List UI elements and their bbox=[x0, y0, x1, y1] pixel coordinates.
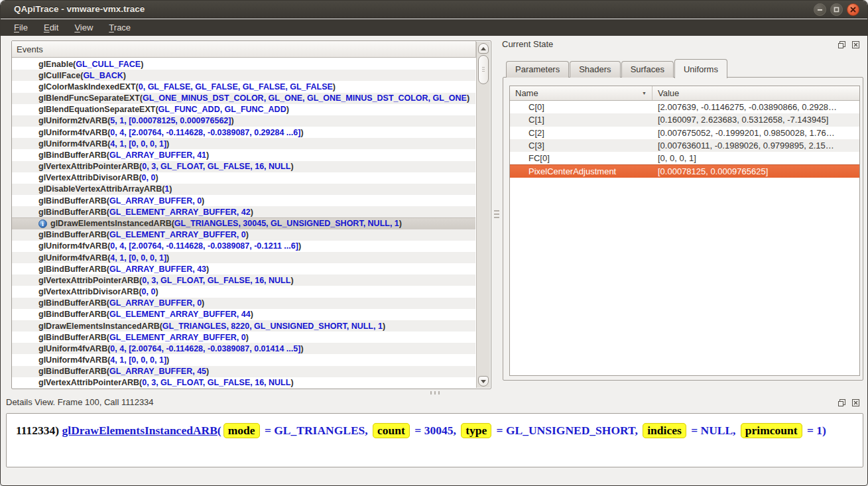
close-paren: ) bbox=[251, 208, 253, 217]
maximize-button[interactable] bbox=[830, 3, 843, 16]
event-function: glBlendFuncSeparateEXT( bbox=[38, 93, 143, 103]
events-list: glEnable(GL_CULL_FACE)glCullFace(GL_BACK… bbox=[12, 58, 475, 388]
event-row[interactable]: glBindBufferARB(GL_ARRAY_BUFFER, 0) bbox=[12, 195, 475, 206]
scroll-down-button[interactable] bbox=[478, 376, 489, 387]
close-paren: ) bbox=[246, 230, 249, 239]
call-function-link[interactable]: glDrawElementsInstancedARB bbox=[62, 424, 217, 437]
close-paren: ) bbox=[300, 128, 303, 137]
uniform-value: [2.007639, -0.1146275, -0.03890866, 0.29… bbox=[652, 102, 859, 112]
float-panel-button[interactable] bbox=[837, 40, 846, 49]
close-panel-button[interactable] bbox=[851, 398, 860, 407]
event-row[interactable]: glVertexAttribPointerARB(0, 3, GL_FLOAT,… bbox=[12, 377, 475, 388]
minimize-button[interactable] bbox=[814, 3, 826, 16]
event-row[interactable]: glDisableVertexAttribArrayARB(1) bbox=[12, 184, 475, 195]
close-button[interactable] bbox=[847, 3, 859, 16]
uniform-row[interactable]: C[0][2.007639, -0.1146275, -0.03890866, … bbox=[510, 101, 859, 113]
event-row[interactable]: glBindBufferARB(GL_ELEMENT_ARRAY_BUFFER,… bbox=[12, 229, 475, 241]
event-row[interactable]: glUniform4fvARB(0, 4, [2.00764, -0.11462… bbox=[12, 241, 475, 252]
uniforms-tab-panel: Name ▼ Value C[0][2.007639, -0.1146275, … bbox=[503, 77, 863, 381]
event-row[interactable]: glUniform4fvARB(4, 1, [0, 0, 0, 1]) bbox=[12, 354, 475, 365]
event-function: glUniform4fvARB( bbox=[38, 355, 110, 365]
menu-item-edit[interactable]: Edit bbox=[36, 21, 66, 34]
close-paren: ) bbox=[123, 71, 126, 80]
event-row[interactable]: glVertexAttribDivisorARB(0, 0) bbox=[12, 172, 475, 184]
event-args: GL_ARRAY_BUFFER, 41 bbox=[109, 151, 206, 160]
scroll-up-button[interactable] bbox=[478, 43, 489, 54]
event-row[interactable]: glUniform4fvARB(0, 4, [2.00764, -0.11462… bbox=[12, 343, 475, 354]
menu-item-trace[interactable]: Trace bbox=[101, 21, 139, 34]
event-row[interactable]: glBlendEquationSeparateEXT(GL_FUNC_ADD, … bbox=[12, 104, 475, 115]
uniform-row[interactable]: PixelCenterAdjustment[0.00078125, 0.0009… bbox=[510, 164, 859, 177]
current-state-dock-buttons bbox=[837, 40, 860, 49]
event-row[interactable]: glEnable(GL_CULL_FACE) bbox=[12, 58, 475, 70]
uniform-value: [0, 0, 0, 1] bbox=[652, 153, 859, 163]
event-row[interactable]: glUniform4fvARB(4, 1, [0, 0, 0, 1]) bbox=[12, 138, 475, 149]
event-row[interactable]: glBindBufferARB(GL_ELEMENT_ARRAY_BUFFER,… bbox=[12, 309, 475, 320]
event-row[interactable]: glColorMaskIndexedEXT(0, GL_FALSE, GL_FA… bbox=[12, 81, 475, 92]
column-header-name[interactable]: Name ▼ bbox=[510, 86, 652, 100]
close-paren: ) bbox=[300, 344, 303, 353]
uniform-row[interactable]: C[1][0.160097, 2.623683, 0.5312658, -7.1… bbox=[510, 113, 859, 126]
event-function: glBindBufferARB( bbox=[38, 230, 109, 239]
event-function: glUniform4fvARB( bbox=[38, 253, 110, 263]
uniforms-table-header: Name ▼ Value bbox=[510, 86, 859, 101]
scrollbar-thumb[interactable] bbox=[478, 55, 489, 84]
event-row[interactable]: glBindBufferARB(GL_ARRAY_BUFFER, 0) bbox=[12, 298, 475, 309]
event-row[interactable]: glVertexAttribPointerARB(0, 3, GL_FLOAT,… bbox=[12, 274, 475, 286]
menu-item-file[interactable]: File bbox=[6, 21, 36, 34]
event-row[interactable]: glBindBufferARB(GL_ARRAY_BUFFER, 45) bbox=[12, 366, 475, 377]
events-header[interactable]: Events bbox=[12, 41, 476, 58]
event-args: 0, 3, GL_FLOAT, GL_FALSE, 16, NULL bbox=[142, 378, 290, 387]
uniform-name: C[3] bbox=[510, 141, 652, 151]
close-paren: ) bbox=[399, 219, 402, 228]
tab-parameters[interactable]: Parameters bbox=[506, 61, 569, 78]
info-icon: i bbox=[38, 219, 47, 228]
minimize-icon bbox=[817, 7, 823, 13]
vertical-splitter[interactable] bbox=[493, 40, 501, 389]
tab-shaders[interactable]: Shaders bbox=[570, 61, 620, 78]
event-row[interactable]: glBindBufferARB(GL_ARRAY_BUFFER, 43) bbox=[12, 263, 475, 274]
close-paren: ) bbox=[202, 298, 204, 308]
event-row[interactable]: glBindBufferARB(GL_ELEMENT_ARRAY_BUFFER,… bbox=[12, 206, 475, 217]
horizontal-splitter[interactable] bbox=[1, 389, 867, 396]
float-icon bbox=[837, 40, 846, 49]
event-row[interactable]: glBindBufferARB(GL_ELEMENT_ARRAY_BUFFER,… bbox=[12, 332, 475, 343]
column-header-value[interactable]: Value bbox=[652, 86, 859, 100]
tab-surfaces[interactable]: Surfaces bbox=[621, 61, 674, 78]
menubar: FileEditViewTrace bbox=[1, 19, 867, 36]
float-panel-button[interactable] bbox=[837, 398, 846, 407]
close-paren: ) bbox=[166, 355, 169, 365]
events-scrollbar[interactable] bbox=[476, 42, 490, 388]
event-row[interactable]: glCullFace(GL_BACK) bbox=[12, 70, 475, 81]
event-row[interactable]: glUniform4fvARB(4, 1, [0, 0, 0, 1]) bbox=[12, 252, 475, 263]
event-args: GL_ONE_MINUS_DST_COLOR, GL_ONE, GL_ONE_M… bbox=[143, 93, 467, 103]
event-row[interactable]: glVertexAttribPointerARB(0, 3, GL_FLOAT,… bbox=[12, 161, 475, 172]
close-paren: ) bbox=[231, 116, 233, 125]
close-paren: ) bbox=[206, 367, 209, 376]
event-function: glVertexAttribPointerARB( bbox=[38, 378, 142, 387]
events-panel: Events glEnable(GL_CULL_FACE)glCullFace(… bbox=[11, 40, 491, 389]
uniform-row[interactable]: FC[0][0, 0, 0, 1] bbox=[510, 152, 859, 164]
event-args: GL_TRIANGLES, 8220, GL_UNSIGNED_SHORT, N… bbox=[162, 322, 383, 331]
uniform-row[interactable]: C[3][0.007636011, -0.1989026, 0.9799895,… bbox=[510, 139, 859, 152]
menu-item-view[interactable]: View bbox=[66, 21, 101, 34]
event-row[interactable]: glUniform4fvARB(0, 4, [2.00764, -0.11462… bbox=[12, 127, 475, 138]
details-call: 1112334) glDrawElementsInstancedARB(mode… bbox=[16, 424, 853, 438]
event-function: glBlendEquationSeparateEXT( bbox=[38, 105, 158, 114]
event-function: glEnable( bbox=[38, 60, 76, 69]
event-row[interactable]: glDrawElementsInstancedARB(GL_TRIANGLES,… bbox=[12, 320, 475, 332]
event-row[interactable]: glVertexAttribDivisorARB(0, 0) bbox=[12, 286, 475, 297]
event-row[interactable]: iglDrawElementsInstancedARB(GL_TRIANGLES… bbox=[12, 217, 475, 229]
event-function: glBindBufferARB( bbox=[38, 333, 109, 342]
uniform-row[interactable]: C[2][0.007675052, -0.1999201, 0.9850028,… bbox=[510, 127, 859, 139]
window-title: QApiTrace - vmware-vmx.trace bbox=[14, 4, 145, 14]
tab-uniforms[interactable]: Uniforms bbox=[674, 59, 727, 78]
close-panel-button[interactable] bbox=[851, 40, 860, 49]
window-controls bbox=[814, 3, 859, 16]
event-row[interactable]: glBlendFuncSeparateEXT(GL_ONE_MINUS_DST_… bbox=[12, 93, 475, 104]
sort-descending-icon: ▼ bbox=[642, 91, 647, 95]
event-row[interactable]: glBindBufferARB(GL_ARRAY_BUFFER, 41) bbox=[12, 149, 475, 160]
event-row[interactable]: glUniform2fvARB(5, 1, [0.00078125, 0.000… bbox=[12, 115, 475, 127]
event-function: glUniform4fvARB( bbox=[38, 241, 110, 251]
event-function: glBindBufferARB( bbox=[38, 208, 109, 217]
